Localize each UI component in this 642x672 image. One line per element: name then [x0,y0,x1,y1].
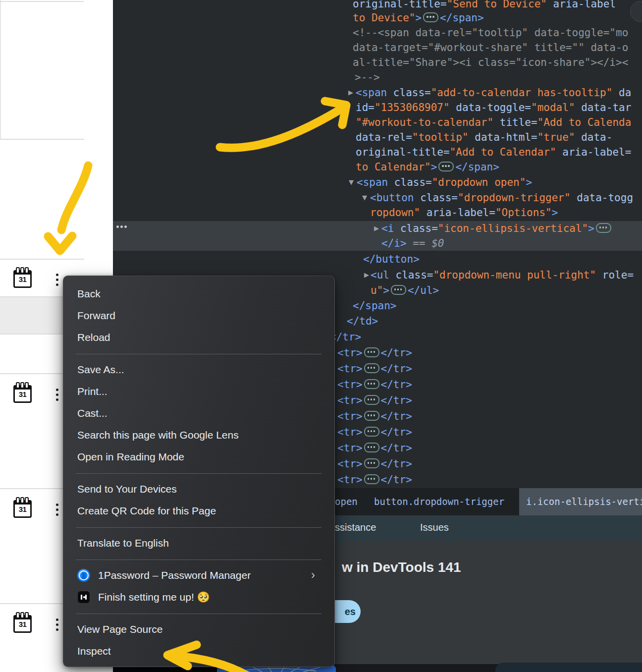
expand-more-icon[interactable] [364,379,379,389]
code-token: data-tar [575,102,632,113]
menu-item-view-page-source[interactable]: View Page Source [63,618,334,640]
expand-more-icon[interactable] [364,474,379,484]
code-line[interactable]: >--> [355,71,380,84]
menu-item-label: Finish setting me up! 🥺 [98,591,210,603]
breadcrumb-open[interactable]: open [335,488,358,515]
breadcrumb-button-dropdown-trigger[interactable]: button.dropdown-trigger [374,488,504,515]
code-token: >--> [355,71,380,83]
options-kebab-icon[interactable] [55,618,59,633]
tab-ssistance[interactable]: ssistance [335,515,376,541]
code-line[interactable]: <tr></tr> [337,410,412,423]
menu-item-print[interactable]: Print... [63,381,334,402]
code-line[interactable]: id="1353068907" data-toggle="modal" data… [356,101,631,114]
calendar-icon: 31 [13,385,32,403]
code-line[interactable]: <span class="add-to-calendar has-tooltip… [356,86,631,99]
code-token: <button [370,192,420,204]
code-token: </tr> [381,474,412,486]
options-kebab-icon[interactable] [55,504,59,518]
options-kebab-icon[interactable] [55,389,59,403]
expand-more-icon[interactable] [364,458,379,468]
code-line[interactable]: <tr></tr> [337,473,412,486]
code-line[interactable]: <i class="icon-ellipsis-vertical"> [381,222,613,235]
menu-item-translate-to-english[interactable]: Translate to English [63,532,334,554]
code-line[interactable]: <tr></tr> [337,378,412,391]
code-token: <tr> [337,474,363,486]
code-line[interactable]: <!--<span data-rel="tooltip" data-toggle… [353,26,628,39]
code-token: class= [396,269,433,281]
expand-more-icon[interactable] [423,12,438,22]
menu-separator [76,473,321,474]
code-line[interactable]: "#workout-to-calendar" title="Add to Cal… [356,116,631,129]
code-line[interactable]: <tr></tr> [337,442,412,454]
code-line[interactable]: al-title="Share"><i class="icon-share"><… [353,56,628,69]
menu-item-1password-password-manager[interactable]: 1Password – Password Manager› [63,564,334,586]
menu-item-forward[interactable]: Forward [63,305,334,327]
code-line[interactable]: </i> == $0 [381,237,444,250]
code-line[interactable]: original-title="Send to Device" aria-lab… [353,0,616,10]
menu-item-open-in-reading-mode[interactable]: Open in Reading Mode [63,446,334,468]
menu-item-cast[interactable]: Cast... [63,402,334,424]
code-token: "true" [537,131,575,143]
code-token: original-title= [356,146,450,158]
breadcrumb-i-icon-ellipsis-vertica[interactable]: i.icon-ellipsis-vertica [519,488,642,515]
menu-item-reload[interactable]: Reload [63,327,334,348]
code-line[interactable]: <tr></tr> [337,457,412,470]
code-token: $0 [431,237,444,249]
row-overflow-icon[interactable] [116,225,127,228]
tab-issues[interactable]: Issues [420,515,449,541]
options-kebab-icon[interactable] [55,274,59,288]
code-line[interactable]: <ul class="dropdown-menu pull-right" rol… [371,269,634,281]
expand-more-icon[interactable] [364,395,379,405]
code-line[interactable]: to Calendar"></span> [356,161,499,173]
code-token: > [431,161,437,173]
expand-more-icon[interactable] [364,443,379,452]
code-line[interactable]: data-target="#workout-share" title="" da… [353,41,628,54]
code-line[interactable]: to Device"></span> [353,11,484,24]
expand-arrow-icon[interactable]: ▶ [348,89,353,96]
code-token: > [383,284,389,296]
code-line[interactable]: data-rel="tooltip" data-html="true" data… [356,131,612,144]
code-token: </tr> [381,442,412,454]
expand-more-icon[interactable] [364,411,379,421]
calendar-day-label: 31 [15,275,30,283]
code-line[interactable]: <button class="dropdown-trigger" data-to… [370,191,633,204]
code-token: </tr> [381,458,412,470]
expand-more-icon[interactable] [364,427,379,437]
code-token: u" [371,284,383,296]
code-token: <span [357,176,394,188]
code-line[interactable]: <tr></tr> [337,362,412,375]
menu-item-create-qr-code-for-this-page[interactable]: Create QR Code for this Page [63,500,334,522]
expand-arrow-icon[interactable]: ▶ [374,224,379,232]
expand-more-icon[interactable] [438,162,454,171]
code-token: </span> [455,161,499,173]
code-token: </button> [363,253,420,265]
collapse-arrow-icon[interactable]: ▼ [362,194,367,201]
collapse-arrow-icon[interactable]: ▼ [349,178,354,186]
code-token: <tr> [337,442,363,454]
expand-more-icon[interactable] [364,347,379,357]
code-line[interactable]: <span class="dropdown open"> [357,176,532,189]
code-token: <tr> [337,347,363,359]
menu-item-search-this-page-with-google-lens[interactable]: Search this page with Google Lens [63,424,334,446]
code-line[interactable]: </td> [347,315,378,328]
code-line[interactable]: </button> [363,253,420,266]
code-line[interactable]: original-title="Add to Calendar" aria-la… [356,146,631,159]
expand-more-icon[interactable] [364,363,379,373]
code-token: == [407,237,432,249]
code-line[interactable]: <tr></tr> [337,426,412,439]
code-line[interactable]: u"></ul> [371,284,439,297]
menu-item-inspect[interactable]: Inspect [63,640,334,662]
expand-arrow-icon[interactable]: ▶ [364,271,369,279]
menu-item-send-to-your-devices[interactable]: Send to Your Devices [63,478,334,500]
expand-more-icon[interactable] [391,285,406,295]
code-token: "dropdown open" [432,176,526,188]
code-line[interactable]: ropdown" aria-label="Options"> [370,206,558,219]
menu-item-back[interactable]: Back [63,283,334,305]
code-line[interactable]: <tr></tr> [337,394,412,407]
code-line[interactable]: </span> [353,299,397,312]
menu-item-save-as[interactable]: Save As... [63,359,334,381]
menu-item-finish-setting-me-up[interactable]: Finish setting me up! 🥺 [63,586,334,608]
submenu-chevron-icon: › [311,568,315,582]
expand-more-icon[interactable] [596,223,611,233]
code-line[interactable]: <tr></tr> [337,346,412,359]
